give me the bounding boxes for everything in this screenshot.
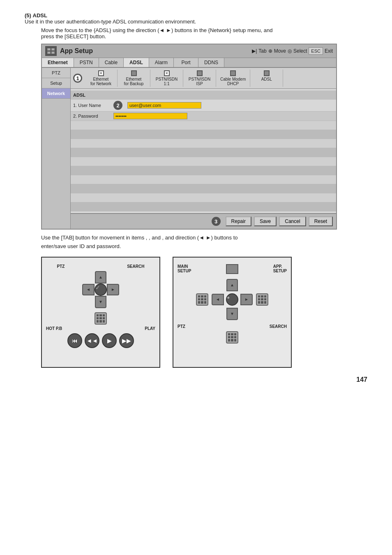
header-controls: ▶| Tab ⊕ Move ◎ Select ESC Exit — [252, 47, 333, 55]
ctrl-tab-label: Tab — [258, 48, 266, 54]
remote-2-bottom-grid[interactable] — [226, 331, 238, 344]
reset-button[interactable]: Reset — [309, 216, 333, 226]
section-title: ADSL — [33, 12, 47, 19]
user-name-inner: 1. User Name 2 — [73, 101, 334, 110]
cancel-button[interactable]: Cancel — [279, 216, 306, 226]
after-text-block: Use the [TAB] button for movement in ite… — [41, 234, 367, 251]
tab-option-pstn-isp[interactable]: PSTN/ISDNISP — [183, 70, 216, 87]
remote-1-rewind[interactable]: ◄◄ — [85, 333, 99, 348]
tab-option-adsl[interactable]: ADSL — [250, 70, 283, 87]
remote-1-grid-area — [95, 312, 107, 325]
ethernet-backup-label: Ethernetfor Backup — [124, 77, 144, 86]
app-icon — [45, 46, 57, 56]
adsl-header-label: ADSL — [73, 93, 85, 98]
empty-row-9 — [71, 193, 336, 202]
remote-2-dpad: ▲ ◄ ● ► ▼ — [212, 279, 253, 320]
empty-row-1 — [71, 121, 336, 130]
cable-modem-checkbox — [230, 70, 236, 76]
remote-2-dpad-down[interactable]: ▼ — [226, 308, 238, 320]
nav-network[interactable]: Network — [42, 88, 70, 99]
badge-3: 3 — [212, 217, 221, 226]
save-button[interactable]: Save — [254, 216, 277, 226]
app-setup-panel: App Setup ▶| Tab ⊕ Move ◎ Select ESC Exi… — [41, 44, 337, 230]
dpad-left[interactable]: ◄ — [82, 284, 95, 295]
ctrl-esc-btn[interactable]: ESC — [309, 47, 323, 55]
tab-option-pstn-1[interactable]: PSTN/ISDN1:1 — [150, 70, 183, 87]
empty-row-6 — [71, 166, 336, 175]
tab-port[interactable]: Port — [174, 58, 198, 67]
tab-option-ethernet-backup[interactable]: Ethernetfor Backup — [118, 70, 150, 87]
instruction-line1: Move the focus to the {ADSL} using the d… — [41, 27, 272, 33]
empty-row-8 — [71, 184, 336, 193]
bottom-bar: 3 Repair Save Cancel Reset — [71, 213, 336, 229]
tab-ethernet[interactable]: Ethernet — [42, 58, 74, 67]
badge-1-area: 1 — [71, 70, 85, 87]
ctrl-exit-label: Exit — [325, 48, 333, 54]
remote-1: PTZ SEARCH ▲ ◄ ✓ ► ▼ HOT P.B — [41, 257, 160, 368]
remote-2: MAINSETUP APP.SETUP ▲ ◄ ● ► ▼ — [173, 257, 292, 368]
empty-row-4 — [71, 148, 336, 157]
dpad-right[interactable]: ► — [107, 284, 119, 295]
repair-button[interactable]: Repair — [226, 216, 251, 226]
tab-ddns[interactable]: DDNS — [198, 58, 224, 67]
tab-cable[interactable]: Cable — [99, 58, 124, 67]
remote-2-right-grid[interactable] — [256, 293, 268, 306]
user-name-label: 1. User Name — [73, 103, 110, 108]
nav-setup[interactable]: Setup — [42, 78, 70, 88]
remote-1-ptz-label: PTZ — [57, 264, 65, 269]
remote-1-dpad: ▲ ◄ ✓ ► ▼ — [82, 271, 119, 308]
tab-option-ethernet-network[interactable]: Ethernetfor Network — [85, 70, 118, 87]
dpad-down[interactable]: ▼ — [95, 296, 106, 308]
page-number: 147 — [25, 376, 367, 383]
remote-2-bottom-grid-area — [226, 331, 238, 344]
badge-2: 2 — [113, 101, 122, 110]
remote-2-dpad-right[interactable]: ► — [240, 294, 253, 305]
empty-row-7 — [71, 175, 336, 184]
remote-1-grid-btn[interactable] — [95, 312, 107, 325]
left-nav: PTZ Setup Network — [42, 68, 71, 229]
nav-ptz[interactable]: PTZ — [42, 68, 70, 78]
ethernet-network-checkbox — [98, 70, 104, 76]
ctrl-move-icon: ⊕ — [268, 48, 272, 54]
remote-2-dpad-up[interactable]: ▲ — [226, 279, 238, 291]
cable-modem-label: Cable ModemDHCP — [220, 77, 246, 86]
panel-title-area: App Setup — [45, 46, 93, 56]
panel-content: PTZ Setup Network 1 Ethernetfor Network — [42, 68, 336, 229]
password-inner: 2. Password — [73, 113, 334, 119]
section-header: (5) ADSL — [25, 12, 367, 19]
pstn-isp-label: PSTN/ISDNISP — [189, 77, 210, 86]
remote-2-search-label: SEARCH — [270, 324, 287, 329]
dpad-up[interactable]: ▲ — [95, 271, 106, 283]
remote-1-dpad-area: ▲ ◄ ✓ ► ▼ — [82, 271, 119, 308]
badge-1: 1 — [73, 74, 82, 83]
remote-2-square-btn[interactable] — [226, 264, 238, 274]
tab-option-cable-modem[interactable]: Cable ModemDHCP — [216, 70, 250, 87]
panel-header: App Setup ▶| Tab ⊕ Move ◎ Select ESC Exi… — [42, 44, 336, 58]
dpad-center[interactable]: ✓ — [95, 283, 107, 296]
ethernet-network-label: Ethernetfor Network — [90, 77, 111, 86]
remote-2-left-grid[interactable] — [196, 293, 208, 306]
remote-1-play[interactable]: ▶ — [102, 333, 117, 348]
password-row: 2. Password — [71, 111, 336, 121]
remote-2-dpad-center[interactable]: ● — [226, 293, 238, 306]
remotes-row: PTZ SEARCH ▲ ◄ ✓ ► ▼ HOT P.B — [41, 257, 367, 368]
remote-1-forward[interactable]: ▶▶ — [119, 333, 134, 348]
user-name-input[interactable] — [127, 102, 201, 109]
section-desc: Use it in the user authentication-type A… — [25, 19, 367, 25]
password-input[interactable] — [113, 113, 187, 119]
remote-1-hotp-label: HOT P.B — [46, 326, 62, 331]
remote-1-top-row: PTZ SEARCH — [57, 264, 145, 269]
tab-alarm[interactable]: Alarm — [149, 58, 174, 67]
ctrl-select-label: Select — [293, 48, 307, 54]
remote-2-dpad-left[interactable]: ◄ — [212, 294, 224, 305]
remote-1-rewind-fast[interactable]: ⏮ — [67, 333, 82, 348]
empty-row-10 — [71, 202, 336, 211]
remote-1-search-label: SEARCH — [127, 264, 144, 269]
remote-2-ptz-label: PTZ — [178, 324, 185, 329]
empty-row-3 — [71, 139, 336, 148]
tab-adsl[interactable]: ADSL — [124, 58, 149, 67]
ctrl-play-icon: ▶| — [252, 48, 257, 54]
tab-pstn[interactable]: PSTN — [74, 58, 99, 67]
remote-2-main-setup-label: MAINSETUP — [178, 264, 191, 274]
remote-1-bottom-labels: HOT P.B PLAY — [46, 326, 155, 331]
